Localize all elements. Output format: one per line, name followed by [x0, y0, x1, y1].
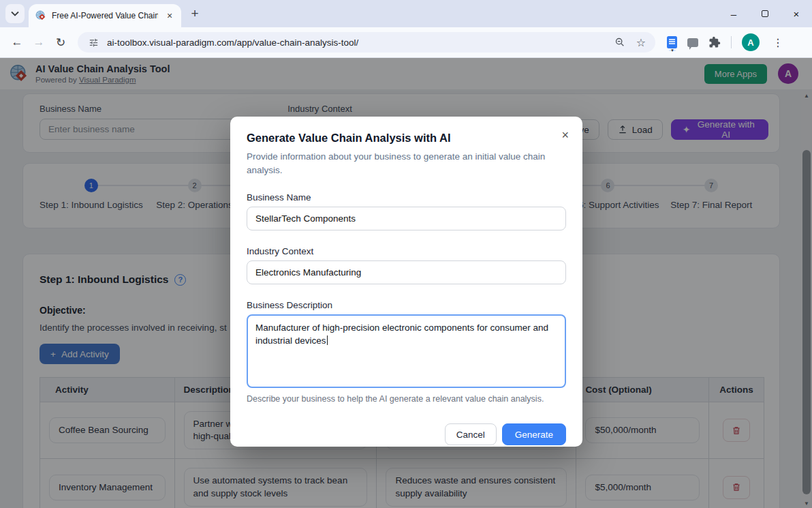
- modal-description: Provide information about your business …: [247, 150, 565, 177]
- forward-button[interactable]: →: [29, 32, 49, 53]
- toolbar-divider: [731, 36, 732, 48]
- modal-close-icon[interactable]: ×: [559, 126, 572, 144]
- extensions-puzzle-icon[interactable]: [708, 36, 721, 48]
- tab-close-icon[interactable]: ×: [163, 10, 176, 22]
- generate-analysis-modal: × Generate Value Chain Analysis with AI …: [230, 117, 582, 447]
- address-bar[interactable]: ai-toolbox.visual-paradigm.com/app/value…: [78, 32, 655, 53]
- maximize-button[interactable]: [749, 0, 781, 27]
- reload-button[interactable]: ↻: [50, 32, 71, 53]
- modal-industry-input[interactable]: [247, 260, 566, 284]
- extension-icons: ▾ A ⋮: [667, 33, 786, 51]
- modal-description-textarea[interactable]: Manufacturer of high-precision electroni…: [247, 314, 566, 388]
- modal-business-name-label: Business Name: [247, 192, 566, 203]
- minimize-button[interactable]: –: [718, 0, 749, 27]
- tab-search-button[interactable]: [5, 4, 25, 23]
- close-window-button[interactable]: ×: [781, 0, 812, 27]
- window-controls: – ×: [718, 0, 812, 27]
- tab-title: Free AI-Powered Value Chain An: [52, 11, 158, 20]
- browser-toolbar: ← → ↻ ai-toolbox.visual-paradigm.com/app…: [0, 27, 812, 58]
- browser-tab[interactable]: Free AI-Powered Value Chain An ×: [29, 4, 181, 27]
- modal-title: Generate Value Chain Analysis with AI: [247, 132, 566, 145]
- browser-profile-avatar[interactable]: A: [742, 33, 760, 51]
- browser-tab-strip: Free AI-Powered Value Chain An × + – ×: [0, 0, 812, 27]
- zoom-out-icon[interactable]: [612, 35, 627, 50]
- maximize-icon: [762, 10, 768, 17]
- url-text[interactable]: ai-toolbox.visual-paradigm.com/app/value…: [107, 38, 606, 48]
- browser-menu-icon[interactable]: ⋮: [770, 36, 786, 49]
- document-download-extension-icon[interactable]: ▾: [667, 36, 677, 48]
- modal-business-name-input[interactable]: [247, 207, 566, 230]
- chat-bubble-extension-icon[interactable]: [687, 38, 698, 47]
- new-tab-button[interactable]: +: [185, 4, 204, 23]
- cancel-button[interactable]: Cancel: [445, 423, 497, 445]
- visual-paradigm-favicon: [35, 10, 46, 21]
- bookmark-star-icon[interactable]: ☆: [634, 35, 649, 50]
- modal-helper-text: Describe your business to help the AI ge…: [247, 394, 566, 404]
- back-button[interactable]: ←: [7, 32, 27, 53]
- modal-industry-label: Industry Context: [247, 246, 566, 256]
- chevron-down-icon: [11, 11, 19, 16]
- site-settings-icon[interactable]: [86, 35, 101, 50]
- text-caret: [327, 335, 328, 345]
- generate-button[interactable]: Generate: [502, 423, 566, 445]
- modal-description-label: Business Description: [247, 300, 566, 310]
